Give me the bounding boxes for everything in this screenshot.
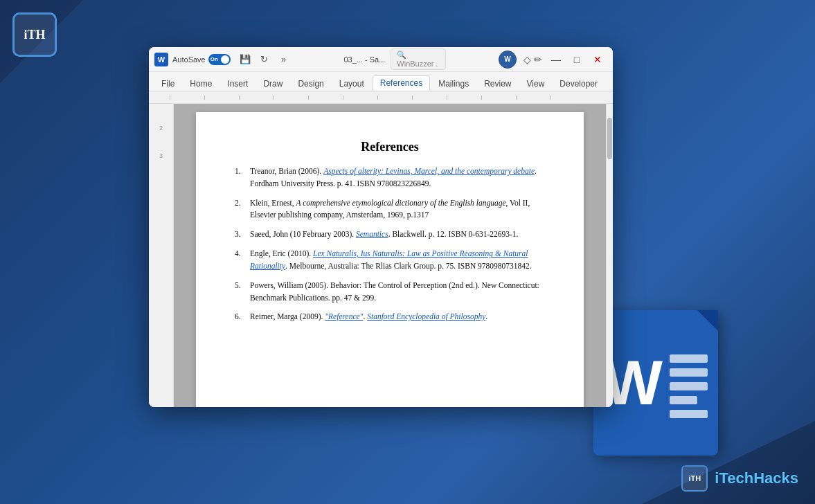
bottom-brand: iTH iTechHacks [681, 465, 798, 492]
reference-item-2: 2. Klein, Ernest, A comprehensive etymol… [235, 197, 545, 222]
ruler-mark [308, 96, 309, 100]
tab-file[interactable]: File [154, 77, 181, 91]
autosave-label: AutoSave [172, 55, 206, 64]
tab-draw[interactable]: Draw [256, 77, 289, 91]
window-controls: — □ ✕ [546, 50, 607, 69]
document-area: 2 3 References 1. Treanor, Brian (2006).… [149, 104, 613, 407]
ith-logo: iTH [12, 12, 57, 57]
ref-link-3[interactable]: Semantics [356, 230, 388, 238]
tab-home[interactable]: Home [183, 77, 219, 91]
tab-help[interactable]: Help [606, 77, 613, 91]
search-bar[interactable]: 🔍 WinBuzzer . [391, 48, 446, 70]
margin-num-2: 3 [159, 152, 163, 159]
tab-developer[interactable]: Developer [553, 77, 604, 91]
ruler [149, 91, 613, 104]
word-line-1 [670, 354, 708, 363]
more-icon-btn[interactable]: » [276, 52, 292, 67]
maximize-button[interactable]: □ [567, 50, 586, 69]
document-page: References 1. Treanor, Brian (2006). Asp… [196, 112, 584, 407]
reference-item-6: 6. Reimer, Marga (2009). "Reference". St… [235, 311, 545, 323]
scroll-area[interactable]: References 1. Treanor, Brian (2006). Asp… [174, 104, 606, 407]
reference-item-1: 1. Treanor, Brian (2006). Aspects of alt… [235, 165, 545, 190]
tab-layout[interactable]: Layout [332, 77, 371, 91]
ruler-mark [170, 96, 170, 100]
ruler-mark [550, 96, 551, 100]
word-line-2 [670, 368, 708, 377]
tab-mailings[interactable]: Mailings [431, 77, 476, 91]
undo-icon-btn[interactable]: ↻ [257, 52, 272, 67]
close-button[interactable]: ✕ [588, 50, 607, 69]
title-bar-quick-icons: 💾 ↻ » [238, 52, 292, 67]
toggle-label: On [211, 56, 218, 62]
ref-num-2: 2. [235, 197, 247, 222]
profile-avatar[interactable]: W [499, 51, 517, 69]
ith-logo-text: iTH [24, 28, 45, 42]
diamond-icon[interactable]: ◇ [523, 54, 531, 65]
word-line-4 [670, 396, 697, 404]
ruler-mark [204, 96, 205, 100]
reference-item-5: 5. Powers, William (2005). Behavior: The… [235, 280, 545, 305]
tab-references[interactable]: References [373, 75, 430, 91]
ref-text-3: Saeed, John (10 February 2003). Semantic… [250, 228, 545, 241]
tab-design[interactable]: Design [291, 77, 330, 91]
filename: 03_... - Sa... [343, 55, 385, 64]
ref-link-1[interactable]: Aspects of alterity: Levinas, Marcel, an… [323, 167, 535, 175]
ref-num-3: 3. [235, 228, 247, 241]
tab-review[interactable]: Review [477, 77, 518, 91]
word-app-icon: W [154, 53, 168, 66]
ruler-mark [447, 96, 447, 100]
ref-text-5: Powers, William (2005). Behavior: The Co… [250, 280, 545, 305]
bottom-brand-name: iTechHacks [715, 469, 798, 487]
scrollbar-thumb[interactable] [607, 118, 612, 159]
ref-text-1: Treanor, Brian (2006). Aspects of alteri… [250, 165, 545, 190]
ruler-mark [481, 96, 482, 100]
references-heading: References [235, 140, 545, 154]
pen-icon[interactable]: ✏ [534, 54, 542, 65]
ruler-mark [343, 96, 343, 100]
ruler-mark [377, 96, 378, 100]
word-window: W AutoSave On 💾 ↻ » 03_... - Sa... 🔍 Win… [149, 47, 613, 407]
brand-suffix: TechHacks [719, 469, 798, 487]
reference-item-4: 4. Engle, Eric (2010). Lex Naturalis, Iu… [235, 248, 545, 273]
vertical-scrollbar[interactable] [606, 104, 613, 407]
reference-item-3: 3. Saeed, John (10 February 2003). Seman… [235, 228, 545, 241]
autosave-section: AutoSave On [172, 54, 231, 65]
ruler-mark [239, 96, 240, 100]
ref-text-6: Reimer, Marga (2009). "Reference". Stanf… [250, 311, 545, 323]
word-line-5 [670, 410, 708, 418]
bottom-brand-logo-text: iTH [688, 474, 701, 483]
ref-num-4: 4. [235, 248, 247, 273]
save-icon-btn[interactable]: 💾 [238, 52, 253, 67]
ref-num-1: 1. [235, 165, 247, 190]
ref-text-4: Engle, Eric (2010). Lex Naturalis, Ius N… [250, 248, 545, 273]
word-line-3 [670, 382, 708, 390]
ref-num-5: 5. [235, 280, 247, 305]
ref-link-4[interactable]: Lex Naturalis, Ius Naturalis: Law as Pos… [250, 249, 528, 270]
ref-link-6b[interactable]: Stanford Encyclopedia of Philosophy [367, 312, 485, 321]
title-center: 03_... - Sa... 🔍 WinBuzzer . [296, 48, 494, 70]
ruler-mark [274, 96, 274, 100]
search-placeholder: WinBuzzer . [397, 60, 438, 68]
autosave-toggle[interactable]: On [208, 54, 231, 65]
ruler-mark [412, 96, 413, 100]
ref-num-6: 6. [235, 311, 247, 323]
search-icon: 🔍 [397, 51, 406, 59]
ref-link-6[interactable]: "Reference" [325, 312, 363, 321]
tab-view[interactable]: View [520, 77, 552, 91]
title-bar: W AutoSave On 💾 ↻ » 03_... - Sa... 🔍 Win… [149, 47, 613, 72]
margin-num-1: 2 [159, 125, 163, 132]
ribbon-tabs: File Home Insert Draw Design Layout Refe… [149, 72, 613, 91]
word-icon-lines [670, 354, 708, 418]
margin-bar: 2 3 [149, 104, 174, 407]
ruler-mark [516, 96, 517, 100]
toggle-circle [221, 55, 229, 64]
ref-text-2: Klein, Ernest, A comprehensive etymologi… [250, 197, 545, 222]
ruler-inner [149, 91, 613, 103]
word-icon-decoration: W [593, 310, 732, 462]
minimize-button[interactable]: — [546, 50, 566, 69]
bottom-brand-logo-icon: iTH [681, 465, 708, 492]
tab-insert[interactable]: Insert [220, 77, 255, 91]
reference-list: 1. Treanor, Brian (2006). Aspects of alt… [235, 165, 545, 323]
word-icon-fold [697, 310, 718, 331]
